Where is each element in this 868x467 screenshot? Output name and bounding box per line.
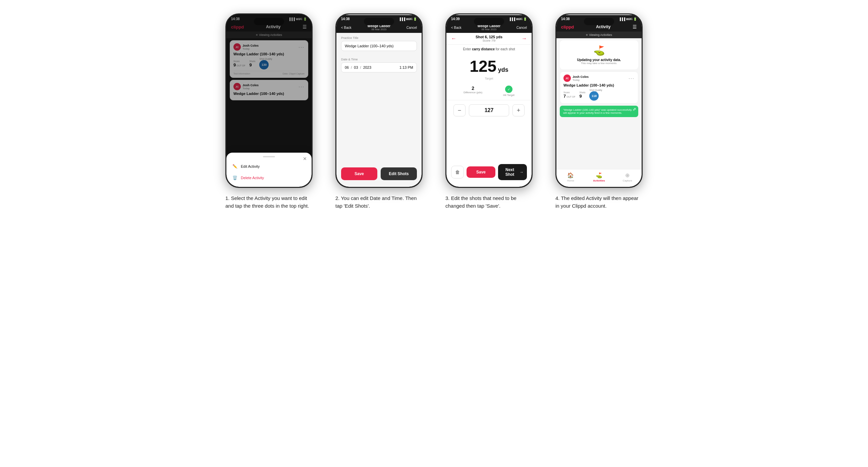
shot-nav: ← Shot 6, 125 yds Score 7/9 → (446, 33, 532, 44)
cancel-btn-3[interactable]: Cancel (517, 26, 527, 30)
notch-4 (584, 18, 614, 25)
success-toast: ✕ "Wedge Ladder (100–140 yds)" was updat… (560, 106, 638, 117)
updating-title: Updating your activity data. (563, 58, 635, 62)
trash-icon-sheet: 🗑️ (232, 176, 238, 180)
activity-title-4: Activity (596, 25, 611, 29)
next-shot-btn[interactable]: Next Shot → (498, 164, 527, 180)
prev-shot-arrow[interactable]: ← (451, 36, 457, 41)
increment-btn[interactable]: + (513, 104, 525, 117)
avatar-4: JC (563, 74, 571, 82)
user-date-4: Today (572, 79, 589, 82)
form-section-2: Practice Title (336, 33, 422, 54)
user-name-4: Josh Coles (572, 75, 589, 79)
p3-header-date: 06 Mar 2023 (477, 28, 501, 31)
phone-4: 14:38 ▐▐▐ WiFi 🔋 clippd Activity ☰ ≡ Vie… (555, 13, 643, 188)
tab-home[interactable]: 🏠 Home (556, 172, 585, 182)
decrement-btn[interactable]: − (454, 104, 466, 117)
distance-num: 125 (470, 57, 496, 75)
tab-capture-label: Capture (622, 179, 632, 182)
shots-group-4: Shots 9 (580, 91, 586, 99)
time-value: 1:13 PM (399, 65, 413, 69)
phone-3: 14:39 ▐▐▐ WiFi 🔋 < Back Wedge Ladder 06 … (445, 13, 533, 188)
edit-activity-item[interactable]: ✏️ Edit Activity (226, 161, 312, 172)
golf-flag-icon: ⛳ (563, 45, 635, 56)
quality-badge-4: 118 (589, 91, 599, 101)
score-group-4: Score 7 OUT OF (563, 91, 576, 99)
status-time-2: 14:38 (341, 17, 350, 21)
sheet-close-btn[interactable]: ✕ (303, 156, 307, 161)
updating-subtitle: This may take a few moments. (563, 62, 635, 65)
phones-row: 14:38 ▐▐▐ WiFi 🔋 clippd Activity ☰ ≡ Vie… (219, 13, 649, 210)
edit-shots-btn[interactable]: Edit Shots (381, 167, 417, 180)
metrics-row: 2 Difference (yds) ✓ Hit Target (446, 84, 532, 100)
caption-4: 4. The edited Activity will then appear … (555, 195, 643, 210)
viewing-banner-4: ≡ Viewing Activities (556, 32, 642, 38)
updating-banner: ⛳ Updating your activity data. This may … (560, 40, 638, 69)
toast-close[interactable]: ✕ (633, 107, 636, 111)
shot-score: Score 7/9 (475, 39, 502, 42)
clippd-logo-4: clippd (561, 25, 574, 30)
cancel-btn-2[interactable]: Cancel (406, 26, 417, 30)
capture-icon: ⊕ (625, 172, 629, 179)
activity-card-4[interactable]: JC Josh Coles Today ··· Wedge Ladder (10… (560, 71, 638, 104)
card-4-header: JC Josh Coles Today ··· (563, 74, 634, 82)
practice-title-input[interactable] (341, 41, 417, 51)
difference-value: 2 (464, 86, 482, 91)
back-btn-2[interactable]: < Back (341, 26, 351, 30)
notch-2 (364, 18, 394, 25)
user-info-4: JC Josh Coles Today (563, 74, 589, 82)
p2-center: Wedge Ladder 06 Mar 2023 (368, 24, 391, 31)
p3-bottom-btns: 🗑 Save Next Shot → (451, 164, 527, 180)
status-icons-2: ▐▐▐ WiFi 🔋 (399, 18, 417, 21)
tab-activities-label: Activities (593, 179, 605, 182)
phone-4-column: 14:38 ▐▐▐ WiFi 🔋 clippd Activity ☰ ≡ Vie… (549, 13, 649, 210)
distance-display: 125 yds (446, 54, 532, 77)
card-stats-4: Score 7 OUT OF Shots 9 Shot Quality (563, 89, 634, 101)
quality-group-4: Shot Quality 118 (589, 89, 602, 101)
date-day: 06 (345, 65, 349, 69)
phone-3-column: 14:39 ▐▐▐ WiFi 🔋 < Back Wedge Ladder 06 … (439, 13, 539, 210)
stepper-row: − + (446, 100, 532, 120)
tab-activities[interactable]: ⛳ Activities (585, 172, 614, 182)
carry-label: Enter carry distance for each shot (446, 44, 532, 54)
difference-label: Difference (yds) (464, 91, 482, 94)
delete-activity-item[interactable]: 🗑️ Delete Activity (226, 172, 312, 184)
status-time-3: 14:39 (451, 17, 460, 21)
tab-home-label: Home (567, 179, 574, 182)
notch-3 (474, 18, 504, 25)
shot-title-text: Shot 6, 125 yds (475, 35, 502, 39)
back-btn-3[interactable]: < Back (451, 26, 462, 30)
date-time-label: Date & Time (341, 58, 417, 61)
bottom-btns-2: Save Edit Shots (341, 167, 417, 180)
shot-value-input[interactable] (469, 104, 509, 117)
hit-target-metric: ✓ Hit Target (503, 86, 515, 97)
activities-icon: ⛳ (596, 172, 602, 179)
save-btn-2[interactable]: Save (341, 167, 377, 180)
card-dots-4[interactable]: ··· (628, 75, 634, 81)
bottom-sheet-1: ✕ ✏️ Edit Activity 🗑️ Delete Activity (226, 153, 312, 187)
date-row[interactable]: 06 / 03 / 2023 1:13 PM (341, 62, 417, 72)
caption-2: 2. You can edit Date and Time. Then tap … (335, 195, 423, 210)
save-btn-3[interactable]: Save (467, 166, 495, 178)
status-time-4: 14:38 (561, 17, 570, 21)
next-shot-arrow[interactable]: → (522, 36, 527, 41)
hit-target-icon: ✓ (505, 86, 513, 93)
edit-icon: ✏️ (232, 164, 238, 169)
practice-title-label: Practice Title (341, 36, 417, 39)
hamburger-menu-4[interactable]: ☰ (632, 24, 637, 30)
datetime-section: Date & Time 06 / 03 / 2023 1:13 PM (336, 54, 422, 76)
phone-1: 14:38 ▐▐▐ WiFi 🔋 clippd Activity ☰ ≡ Vie… (225, 13, 313, 188)
sheet-handle (263, 156, 275, 157)
trash-btn-3[interactable]: 🗑 (451, 166, 464, 179)
hit-target-label: Hit Target (503, 94, 515, 97)
p2-header-date: 06 Mar 2023 (368, 28, 391, 31)
home-icon: 🏠 (567, 172, 574, 179)
caption-1: 1. Select the Activity you want to edit … (225, 195, 313, 210)
caption-3: 3. Edit the shots that need to be change… (445, 195, 533, 210)
target-label: Target (446, 77, 532, 80)
tab-bar-4: 🏠 Home ⛳ Activities ⊕ Capture (556, 169, 642, 187)
distance-unit: yds (498, 66, 508, 73)
date-year: 2023 (363, 65, 371, 69)
tab-capture[interactable]: ⊕ Capture (613, 172, 642, 182)
phone-1-column: 14:38 ▐▐▐ WiFi 🔋 clippd Activity ☰ ≡ Vie… (219, 13, 319, 210)
